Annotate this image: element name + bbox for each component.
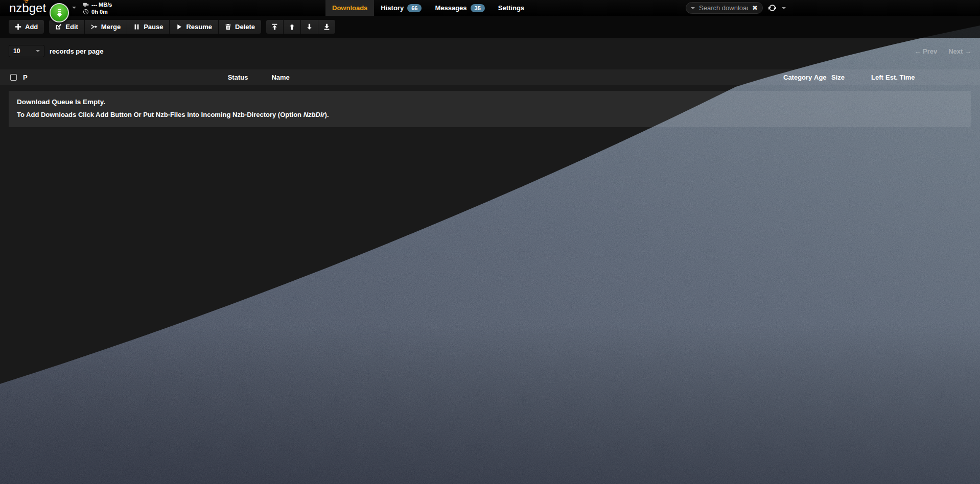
tab-downloads[interactable]: Downloads xyxy=(325,0,374,16)
refresh-options-caret-icon[interactable] xyxy=(782,7,786,9)
speed-value: --- MB/s xyxy=(91,2,112,8)
edit-icon xyxy=(55,23,62,30)
queue-table-header: P Status Name Category Age Size Left Est… xyxy=(0,69,980,85)
search-box: ✖ xyxy=(686,2,763,14)
arrow-up-icon xyxy=(289,23,295,30)
edit-button-label: Edit xyxy=(65,23,78,31)
refresh-icon[interactable] xyxy=(768,4,776,12)
column-header-size: Size xyxy=(831,74,871,81)
speed-icon xyxy=(83,2,89,8)
arrow-to-top-icon xyxy=(271,23,278,30)
records-per-page-select[interactable]: 10 xyxy=(9,45,44,57)
prev-page-link[interactable]: ← Prev xyxy=(914,47,937,55)
column-header-left: Left xyxy=(871,74,885,81)
pause-button[interactable]: Pause xyxy=(127,20,169,34)
logo-text: nzbget xyxy=(9,0,46,16)
records-per-page-value: 10 xyxy=(13,47,20,55)
tab-settings[interactable]: Settings xyxy=(492,0,531,16)
arrow-down-icon xyxy=(306,23,313,30)
merge-button[interactable]: Merge xyxy=(85,20,127,34)
arrow-to-bottom-icon xyxy=(323,23,330,30)
play-menu-caret-icon[interactable] xyxy=(72,7,76,9)
main-nav: Downloads History 66 Messages 35 Setting… xyxy=(325,0,531,16)
pager: ← Prev Next → xyxy=(914,47,971,55)
tab-history-label: History xyxy=(381,4,404,12)
delete-button[interactable]: Delete xyxy=(219,20,261,34)
tab-settings-label: Settings xyxy=(498,4,524,12)
pause-icon xyxy=(133,23,140,30)
add-button[interactable]: Add xyxy=(9,20,44,34)
history-count-badge: 66 xyxy=(407,4,422,12)
pagination-row: 10 records per page ← Prev Next → xyxy=(9,45,971,57)
clear-search-icon[interactable]: ✖ xyxy=(752,5,758,11)
tab-downloads-label: Downloads xyxy=(332,4,367,12)
app-logo[interactable]: nzbget xyxy=(9,0,46,16)
move-button-group xyxy=(266,20,335,34)
move-to-bottom-button[interactable] xyxy=(318,20,335,34)
tab-history[interactable]: History 66 xyxy=(374,0,428,16)
select-all-checkbox[interactable] xyxy=(10,74,17,81)
column-header-category: Category xyxy=(783,74,814,81)
add-button-label: Add xyxy=(25,23,38,31)
hint-option-name: NzbDir xyxy=(304,111,325,118)
select-caret-icon xyxy=(36,50,40,52)
search-area: ✖ xyxy=(686,0,786,16)
empty-queue-hint: To Add Downloads Click Add Button Or Put… xyxy=(17,111,963,118)
play-icon xyxy=(176,23,182,30)
resume-button[interactable]: Resume xyxy=(170,20,218,34)
download-arrow-icon xyxy=(56,9,63,17)
empty-queue-title: Download Queue Is Empty. xyxy=(17,98,963,106)
hint-text-before: To Add Downloads Click Add Button Or Put… xyxy=(17,111,304,118)
plus-icon xyxy=(15,23,21,30)
edit-button-group: Edit Merge Pause Resume xyxy=(49,20,261,34)
column-header-est-time: Est. Time xyxy=(885,74,920,81)
time-remaining-value: 0h 0m xyxy=(91,9,108,15)
empty-queue-message: Download Queue Is Empty. To Add Download… xyxy=(9,91,971,127)
column-header-status: Status xyxy=(228,74,248,81)
search-options-caret-icon[interactable] xyxy=(691,7,695,9)
column-header-name: Name xyxy=(271,74,289,81)
resume-button-label: Resume xyxy=(186,23,212,31)
pause-button-label: Pause xyxy=(144,23,163,31)
merge-icon xyxy=(91,23,98,30)
column-header-priority: P xyxy=(23,74,28,81)
clock-icon xyxy=(83,9,89,15)
hint-text-after: ). xyxy=(325,111,329,118)
move-down-button[interactable] xyxy=(301,20,318,34)
tab-messages-label: Messages xyxy=(435,4,466,12)
messages-count-badge: 35 xyxy=(471,4,485,12)
status-summary: --- MB/s 0h 0m xyxy=(83,2,112,15)
queue-toolbar: Add Edit Merge Pause xyxy=(0,16,980,38)
records-per-page-label: records per page xyxy=(50,47,104,55)
move-to-top-button[interactable] xyxy=(266,20,283,34)
column-header-age: Age xyxy=(814,74,831,81)
next-page-link[interactable]: Next → xyxy=(948,47,971,55)
edit-button[interactable]: Edit xyxy=(49,20,84,34)
delete-button-label: Delete xyxy=(235,23,255,31)
add-button-group: Add xyxy=(9,20,44,34)
top-navbar: nzbget --- MB/s 0h 0m xyxy=(0,0,980,16)
merge-button-label: Merge xyxy=(101,23,121,31)
trash-icon xyxy=(225,23,231,30)
move-up-button[interactable] xyxy=(284,20,300,34)
search-input[interactable] xyxy=(698,4,749,12)
download-play-button[interactable] xyxy=(50,3,69,22)
tab-messages[interactable]: Messages 35 xyxy=(428,0,491,16)
